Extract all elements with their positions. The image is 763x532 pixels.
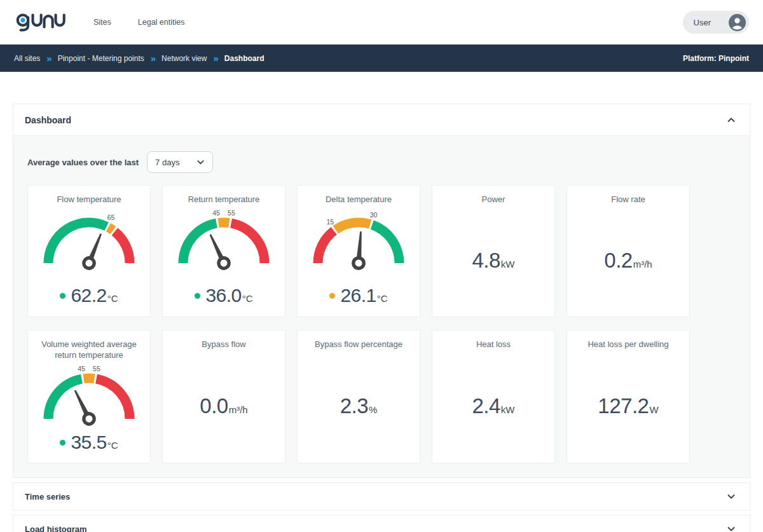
- metric-number: 26.1: [340, 285, 376, 306]
- metric-card-heat-loss-per-dwelling: Heat loss per dwelling127.2W: [567, 330, 690, 463]
- platform-label: Platform: Pinpoint: [683, 54, 749, 63]
- gauge-chart: 1530: [308, 207, 409, 273]
- gauge-chart: 4555: [38, 363, 140, 429]
- chevron-down-icon: [727, 494, 736, 499]
- gauge-segment-orange: [219, 222, 230, 223]
- metric-card-title: Bypass flow percentage: [315, 339, 402, 350]
- breadcrumb-separator-icon: »: [151, 53, 155, 64]
- metric-value: 36.0°C: [195, 285, 252, 306]
- filter-label: Average values over the last: [27, 158, 139, 167]
- gauge-tick-label: 65: [107, 214, 115, 221]
- gauge-tick-label: 30: [370, 211, 378, 219]
- section-panel-time-series: Time series: [13, 482, 750, 510]
- metric-unit: kW: [501, 259, 515, 269]
- breadcrumb-item[interactable]: Network view: [162, 54, 207, 63]
- section-title: Load histogram: [25, 524, 727, 532]
- metric-card-title: Delta temperature: [326, 194, 392, 205]
- metric-number: 62.2: [71, 285, 106, 306]
- metric-card-title: Bypass flow: [202, 339, 245, 350]
- status-dot-green: [195, 293, 200, 299]
- metric-card-bypass-flow: Bypass flow0.0m³/h: [162, 330, 285, 463]
- chevron-down-icon: [727, 526, 736, 531]
- section-header-load-histogram[interactable]: Load histogram: [13, 515, 750, 532]
- gauge-needle: [205, 232, 231, 270]
- metric-number: 36.0: [205, 285, 241, 306]
- gauge-segment-red: [318, 231, 334, 263]
- nav-item-sites[interactable]: Sites: [93, 18, 111, 27]
- user-label: User: [694, 18, 711, 27]
- gauge-tick-label: 45: [212, 209, 220, 217]
- metric-card-flow-rate: Flow rate0.2m³/h: [567, 185, 690, 317]
- gauge-container: 65: [38, 207, 140, 276]
- user-avatar-icon: [729, 14, 746, 31]
- gauge-tick-label: 55: [228, 209, 235, 217]
- metric-value: 4.8kW: [472, 249, 514, 273]
- breadcrumb-bar: All sites»Pinpoint - Metering points»Net…: [0, 44, 763, 72]
- breadcrumb-item[interactable]: Pinpoint - Metering points: [58, 54, 144, 63]
- gauge-segment-orange: [84, 378, 95, 379]
- metric-unit: °C: [107, 293, 118, 304]
- status-dot-green: [60, 440, 65, 446]
- metric-card-title: Return temperature: [188, 194, 260, 205]
- gauge-chart: 4555: [173, 207, 275, 273]
- gauge-segment-green: [48, 379, 81, 419]
- metric-card-title: Flow rate: [611, 194, 645, 205]
- metric-card-title: Heat loss per dwelling: [588, 339, 668, 350]
- period-dropdown[interactable]: 7 days: [147, 151, 213, 173]
- metric-number: 127.2: [598, 394, 649, 418]
- metric-value: 0.2m³/h: [604, 249, 652, 273]
- metric-card-heat-loss: Heat loss2.4kW: [432, 330, 555, 463]
- breadcrumb-item[interactable]: All sites: [14, 54, 40, 63]
- metric-unit: kW: [501, 404, 515, 415]
- chevron-up-icon: [727, 118, 736, 123]
- gauge-needle: [353, 231, 366, 269]
- dashboard-panel: Dashboard Average values over the last 7…: [13, 104, 750, 478]
- metric-card-title: Volume weighted average return temperatu…: [34, 339, 144, 360]
- gauge-segment-orange: [108, 228, 113, 231]
- metric-value: 2.4kW: [472, 394, 514, 418]
- breadcrumb: All sites»Pinpoint - Metering points»Net…: [14, 53, 683, 64]
- dashboard-panel-header[interactable]: Dashboard: [13, 104, 750, 135]
- gauge-segment-green: [183, 223, 216, 263]
- metric-card-title: Heat loss: [476, 339, 511, 350]
- metric-unit: %: [369, 404, 377, 415]
- gauge-segment-green: [372, 225, 399, 263]
- user-menu-button[interactable]: User: [683, 11, 749, 34]
- metric-number: 2.4: [472, 394, 500, 418]
- gauge-segment-red: [114, 231, 130, 263]
- metric-number: 0.0: [200, 394, 228, 418]
- nav-item-legal-entities[interactable]: Legal entities: [138, 18, 185, 27]
- metric-value: 2.3%: [340, 394, 378, 418]
- metric-unit: W: [649, 404, 658, 415]
- gauge-chart: 65: [38, 207, 140, 273]
- metric-card-volume-weighted-average-return-temperature: Volume weighted average return temperatu…: [27, 330, 151, 463]
- status-dot-orange: [329, 293, 335, 299]
- metric-unit: m³/h: [633, 259, 652, 269]
- breadcrumb-separator-icon: »: [46, 53, 51, 64]
- metric-card-flow-temperature: Flow temperature6562.2°C: [27, 185, 151, 317]
- gauge-tick-label: 15: [326, 218, 334, 226]
- metric-value: 35.5°C: [60, 432, 118, 453]
- metric-cards-grid: Flow temperature6562.2°CReturn temperatu…: [27, 185, 736, 463]
- page-content: Dashboard Average values over the last 7…: [0, 72, 763, 532]
- gauge-segment-red: [97, 379, 130, 419]
- status-dot-green: [60, 293, 65, 299]
- dashboard-panel-body: Average values over the last 7 days Flow…: [13, 135, 750, 477]
- metric-card-return-temperature: Return temperature455536.0°C: [162, 185, 285, 317]
- gauge-container: 1530: [308, 207, 409, 276]
- metric-card-title: Flow temperature: [57, 194, 121, 205]
- gauge-needle: [82, 232, 106, 270]
- breadcrumb-item[interactable]: Dashboard: [224, 54, 265, 63]
- metric-card-title: Power: [482, 194, 505, 205]
- metric-number: 35.5: [71, 432, 106, 453]
- metric-value: 127.2W: [598, 394, 658, 418]
- metric-unit: °C: [242, 293, 253, 304]
- guru-logo[interactable]: [14, 9, 66, 36]
- section-header-time-series[interactable]: Time series: [13, 483, 750, 510]
- metric-number: 2.3: [340, 394, 368, 418]
- gauge-tick-label: 45: [78, 365, 85, 372]
- chevron-down-icon: [196, 160, 205, 165]
- guru-logo-icon: [14, 9, 66, 36]
- breadcrumb-separator-icon: »: [213, 53, 217, 64]
- metric-card-power: Power4.8kW: [432, 185, 555, 317]
